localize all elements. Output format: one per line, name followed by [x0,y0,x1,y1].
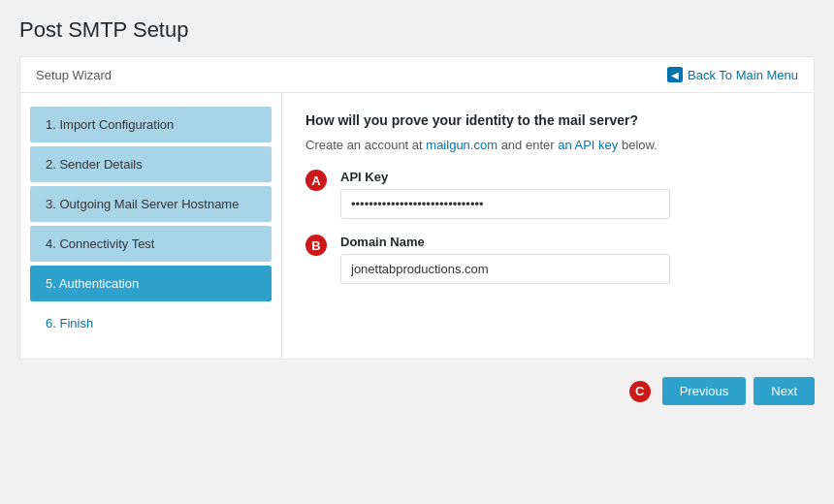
domain-name-input[interactable] [340,254,670,284]
setup-card: Setup Wizard ◀ Back To Main Menu 1. Impo… [19,56,815,360]
mailgun-link[interactable]: mailgun.com [426,138,497,152]
sidebar-item-finish[interactable]: 6. Finish [30,305,272,341]
card-header: Setup Wizard ◀ Back To Main Menu [20,57,814,93]
api-key-label: API Key [340,170,670,184]
back-arrow-icon: ◀ [667,67,683,82]
page-title: Post SMTP Setup [19,17,815,43]
domain-name-label: Domain Name [340,235,670,249]
domain-name-field-wrapper: Domain Name [340,235,670,284]
desc-suffix: below. [618,138,657,152]
sidebar-item-sender-details[interactable]: 2. Sender Details [30,146,272,182]
badge-c: C [629,381,651,402]
previous-button[interactable]: Previous [662,377,747,405]
domain-name-row: B Domain Name [305,235,790,284]
api-key-row: A API Key [305,170,790,219]
main-content: How will you prove your identity to the … [282,93,814,359]
card-body: 1. Import Configuration 2. Sender Detail… [20,93,814,359]
sidebar-item-authentication[interactable]: 5. Authentication [30,266,272,301]
steps-sidebar: 1. Import Configuration 2. Sender Detail… [20,93,282,359]
api-key-field-wrapper: API Key [340,170,670,219]
domain-name-group: B Domain Name [305,235,790,284]
sidebar-item-outgoing-server[interactable]: 3. Outgoing Mail Server Hostname [30,186,272,222]
desc-prefix: Create an account at [305,138,426,152]
setup-wizard-label: Setup Wizard [36,68,112,82]
next-button[interactable]: Next [754,377,815,405]
footer: C Previous Next [0,367,834,415]
section-description: Create an account at mailgun.com and ent… [305,138,790,152]
api-key-group: A API Key [305,170,790,219]
back-to-main-link[interactable]: ◀ Back To Main Menu [667,67,798,82]
api-key-input[interactable] [340,189,670,219]
sidebar-item-import-config[interactable]: 1. Import Configuration [30,107,272,142]
section-question: How will you prove your identity to the … [305,112,790,128]
desc-middle: and enter [497,138,558,152]
sidebar-item-connectivity-test[interactable]: 4. Connectivity Test [30,226,272,262]
badge-a: A [305,170,327,191]
api-key-link[interactable]: an API key [558,138,618,152]
back-to-main-label: Back To Main Menu [688,68,798,82]
badge-b: B [305,235,327,256]
